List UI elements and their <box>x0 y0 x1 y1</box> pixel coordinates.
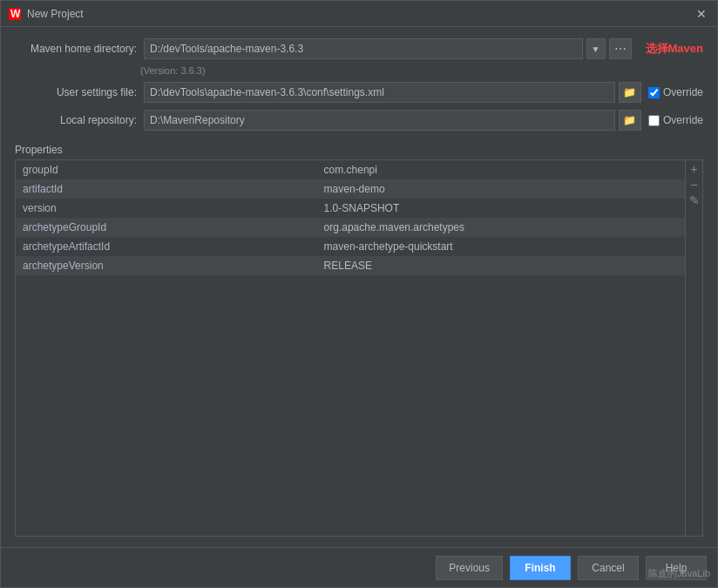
user-settings-input[interactable] <box>144 82 615 103</box>
add-property-button[interactable]: + <box>688 162 701 176</box>
dialog: W New Project ✕ Maven home directory: ▼ … <box>0 0 718 588</box>
maven-version-text: (Version: 3.6.3) <box>140 65 703 76</box>
user-settings-row: User settings file: 📁 Override <box>15 81 703 104</box>
local-repo-folder-button[interactable]: 📁 <box>619 110 641 131</box>
maven-annotation: 选择Maven <box>646 41 703 57</box>
user-settings-folder-button[interactable]: 📁 <box>619 82 641 103</box>
user-settings-input-group: 📁 <box>144 82 641 103</box>
maven-home-dropdown-button[interactable]: ▼ <box>586 38 606 59</box>
properties-sidebar: + − ✎ <box>685 160 702 536</box>
maven-home-label: Maven home directory: <box>15 43 137 55</box>
property-value: 1.0-SNAPSHOT <box>317 199 685 218</box>
remove-property-button[interactable]: − <box>688 178 701 192</box>
local-repo-row: Local repository: 📁 Override <box>15 109 703 132</box>
maven-home-row: Maven home directory: ▼ ⋯ 选择Maven <box>15 37 703 60</box>
local-repo-input[interactable] <box>144 110 615 131</box>
edit-property-button[interactable]: ✎ <box>688 193 701 207</box>
property-key: artifactId <box>16 179 317 199</box>
property-value: maven-archetype-quickstart <box>317 237 685 256</box>
local-repo-override-checkbox[interactable] <box>648 115 660 126</box>
maven-home-input[interactable] <box>144 38 583 59</box>
finish-button[interactable]: Finish <box>510 556 571 580</box>
close-button[interactable]: ✕ <box>693 5 710 23</box>
bottom-bar: Previous Finish Cancel Help <box>1 547 717 587</box>
user-settings-override-label: Override <box>663 86 703 98</box>
cancel-button[interactable]: Cancel <box>578 556 639 580</box>
property-key: groupId <box>16 160 317 179</box>
table-row[interactable]: groupIdcom.chenpi <box>16 160 685 179</box>
local-repo-override-label: Override <box>663 114 703 126</box>
svg-text:W: W <box>10 8 21 20</box>
property-value: RELEASE <box>317 256 685 275</box>
local-repo-label: Local repository: <box>15 114 137 126</box>
user-settings-label: User settings file: <box>15 86 137 98</box>
properties-title: Properties <box>15 144 703 156</box>
property-value: org.apache.maven.archetypes <box>317 218 685 237</box>
previous-button[interactable]: Previous <box>436 556 503 580</box>
dialog-content: Maven home directory: ▼ ⋯ 选择Maven (Versi… <box>1 27 717 547</box>
property-value: maven-demo <box>317 179 685 199</box>
property-key: archetypeVersion <box>16 256 317 275</box>
property-key: version <box>16 199 317 218</box>
properties-table[interactable]: groupIdcom.chenpiartifactIdmaven-demover… <box>16 160 685 536</box>
table-row[interactable]: artifactIdmaven-demo <box>16 179 685 199</box>
table-row[interactable]: archetypeGroupIdorg.apache.maven.archety… <box>16 218 685 237</box>
table-row[interactable]: archetypeArtifactIdmaven-archetype-quick… <box>16 237 685 256</box>
maven-home-browse-button[interactable]: ⋯ <box>609 38 632 59</box>
properties-table-container: groupIdcom.chenpiartifactIdmaven-demover… <box>15 159 703 537</box>
user-settings-override-group: Override <box>648 86 703 98</box>
property-key: archetypeGroupId <box>16 218 317 237</box>
dialog-title: New Project <box>27 8 693 20</box>
table-row[interactable]: archetypeVersionRELEASE <box>16 256 685 275</box>
watermark: 陈皮的JavaLib <box>648 567 710 580</box>
app-icon: W <box>8 7 22 21</box>
property-value: com.chenpi <box>317 160 685 179</box>
table-row[interactable]: version1.0-SNAPSHOT <box>16 199 685 218</box>
property-key: archetypeArtifactId <box>16 237 317 256</box>
properties-section: Properties groupIdcom.chenpiartifactIdma… <box>15 144 703 537</box>
title-bar: W New Project ✕ <box>1 1 717 27</box>
user-settings-override-checkbox[interactable] <box>648 87 660 98</box>
local-repo-input-group: 📁 <box>144 110 641 131</box>
maven-home-input-group: ▼ ⋯ <box>144 38 632 59</box>
local-repo-override-group: Override <box>648 114 703 126</box>
